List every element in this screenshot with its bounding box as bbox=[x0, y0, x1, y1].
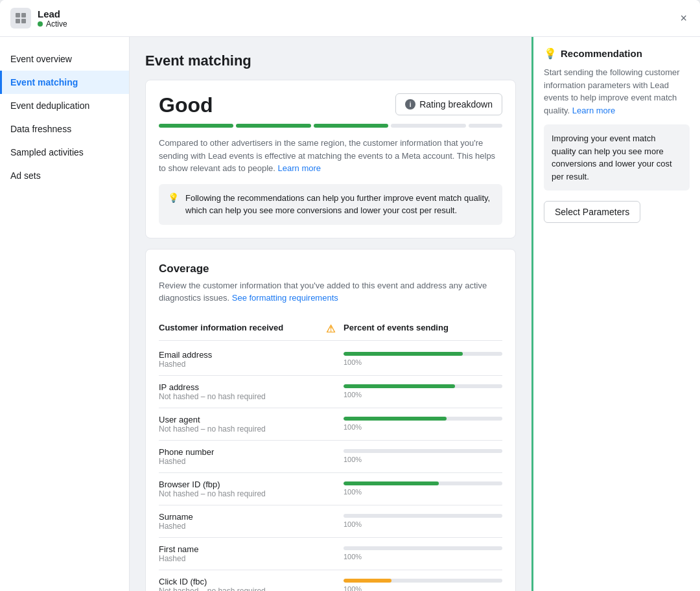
title-bar-text: Lead Active bbox=[38, 8, 67, 29]
table-row: Browser ID (fbp) Not hashed – no hash re… bbox=[159, 473, 502, 505]
percent-bar-bg-1 bbox=[344, 384, 502, 388]
progress-segment-5 bbox=[469, 124, 502, 128]
recommendation-icon: 💡 bbox=[544, 47, 557, 60]
recommendation-body: Start sending the following customer inf… bbox=[544, 66, 690, 117]
progress-segment-1 bbox=[159, 124, 233, 128]
percent-bar-bg-0 bbox=[344, 352, 502, 356]
percent-bar-fill-1 bbox=[344, 384, 455, 388]
info-sub-1: Not hashed – no hash required bbox=[159, 392, 318, 401]
table-row: Surname Hashed 100% bbox=[159, 505, 502, 538]
coverage-card: Coverage Review the customer information… bbox=[145, 249, 516, 592]
percent-bar-fill-4 bbox=[344, 481, 439, 485]
info-name-5: Surname bbox=[159, 512, 318, 522]
app-icon bbox=[10, 8, 31, 29]
rating-progress-bar bbox=[159, 124, 502, 128]
sidebar-item-ad-sets[interactable]: Ad sets bbox=[0, 164, 129, 187]
rec-learn-more-link[interactable]: Learn more bbox=[572, 106, 615, 115]
info-name-0: Email address bbox=[159, 350, 318, 360]
rating-breakdown-button[interactable]: i Rating breakdown bbox=[395, 93, 502, 115]
info-icon: i bbox=[405, 99, 415, 110]
progress-segment-4 bbox=[391, 124, 465, 128]
col3-header: Percent of events sending bbox=[344, 323, 502, 335]
sidebar-item-data-freshness[interactable]: Data freshness bbox=[0, 117, 129, 141]
coverage-title: Coverage bbox=[159, 262, 502, 275]
sidebar: Event overview Event matching Event dedu… bbox=[0, 37, 130, 591]
percent-text-6: 100% bbox=[344, 553, 502, 561]
percent-bar-fill-2 bbox=[344, 417, 447, 421]
rating-description: Compared to other advertisers in the sam… bbox=[159, 137, 502, 175]
recommendation-title: Recommendation bbox=[561, 48, 642, 59]
info-cell-6: First name Hashed bbox=[159, 544, 318, 563]
improving-text: Improving your event match quality can h… bbox=[552, 133, 672, 181]
percent-text-0: 100% bbox=[344, 358, 502, 366]
percent-cell-0: 100% bbox=[344, 352, 502, 366]
info-name-3: Phone number bbox=[159, 447, 318, 457]
info-cell-7: Click ID (fbc) Not hashed – no hash requ… bbox=[159, 577, 318, 592]
svg-rect-1 bbox=[21, 13, 26, 17]
content-area: Event overview Event matching Event dedu… bbox=[0, 37, 700, 591]
status-badge: Active bbox=[38, 19, 67, 29]
info-sub-5: Hashed bbox=[159, 522, 318, 531]
percent-cell-6: 100% bbox=[344, 546, 502, 561]
percent-cell-5: 100% bbox=[344, 514, 502, 528]
percent-bar-bg-3 bbox=[344, 449, 502, 453]
info-cell-4: Browser ID (fbp) Not hashed – no hash re… bbox=[159, 480, 318, 498]
title-bar: Lead Active × bbox=[0, 0, 700, 37]
rating-breakdown-label: Rating breakdown bbox=[419, 99, 493, 110]
percent-cell-4: 100% bbox=[344, 481, 502, 496]
percent-bar-fill-0 bbox=[344, 352, 463, 356]
coverage-table-body: Email address Hashed 100% IP address Not… bbox=[159, 343, 502, 592]
improving-box: Improving your event match quality can h… bbox=[544, 124, 690, 191]
info-sub-3: Hashed bbox=[159, 457, 318, 466]
svg-rect-3 bbox=[21, 19, 26, 23]
right-panel: 💡 Recommendation Start sending the follo… bbox=[531, 37, 700, 591]
page-title: Event matching bbox=[145, 52, 516, 69]
table-row: Phone number Hashed 100% bbox=[159, 441, 502, 473]
sidebar-item-event-overview[interactable]: Event overview bbox=[0, 47, 129, 71]
recommendation-panel-header: 💡 Recommendation bbox=[544, 47, 690, 60]
percent-cell-7: 100% bbox=[344, 579, 502, 591]
info-cell-1: IP address Not hashed – no hash required bbox=[159, 382, 318, 401]
info-cell-3: Phone number Hashed bbox=[159, 447, 318, 466]
window-title: Lead bbox=[38, 8, 67, 19]
percent-cell-2: 100% bbox=[344, 417, 502, 431]
percent-text-4: 100% bbox=[344, 488, 502, 496]
info-name-6: First name bbox=[159, 544, 318, 554]
sidebar-item-event-deduplication[interactable]: Event deduplication bbox=[0, 94, 129, 117]
recommendation-text: Following the recommendations can help y… bbox=[185, 192, 493, 217]
coverage-description: Review the customer information that you… bbox=[159, 279, 502, 305]
table-row: First name Hashed 100% bbox=[159, 538, 502, 570]
learn-more-link[interactable]: Learn more bbox=[278, 163, 321, 173]
percent-bar-fill-7 bbox=[344, 579, 391, 583]
close-button[interactable]: × bbox=[677, 9, 690, 28]
info-cell-2: User agent Not hashed – no hash required bbox=[159, 415, 318, 434]
percent-text-7: 100% bbox=[344, 585, 502, 591]
percent-bar-bg-7 bbox=[344, 579, 502, 583]
rating-card: Good i Rating breakdown Compared to othe… bbox=[145, 80, 516, 238]
sidebar-item-sampled-activities[interactable]: Sampled activities bbox=[0, 141, 129, 164]
percent-bar-bg-2 bbox=[344, 417, 502, 421]
app-window: Lead Active × Event overview Event match… bbox=[0, 0, 700, 591]
percent-text-1: 100% bbox=[344, 391, 502, 399]
svg-rect-2 bbox=[16, 19, 20, 23]
status-text: Active bbox=[46, 19, 67, 29]
info-name-2: User agent bbox=[159, 415, 318, 424]
info-name-4: Browser ID (fbp) bbox=[159, 480, 318, 489]
info-name-1: IP address bbox=[159, 382, 318, 392]
table-header: Customer information received ⚠ Percent … bbox=[159, 318, 502, 341]
formatting-requirements-link[interactable]: See formatting requirements bbox=[232, 293, 338, 303]
info-name-7: Click ID (fbc) bbox=[159, 577, 318, 586]
svg-rect-0 bbox=[16, 13, 20, 17]
warning-header-icon: ⚠ bbox=[318, 323, 344, 335]
status-dot bbox=[38, 21, 43, 27]
info-sub-2: Not hashed – no hash required bbox=[159, 424, 318, 434]
info-sub-4: Not hashed – no hash required bbox=[159, 489, 318, 498]
percent-cell-1: 100% bbox=[344, 384, 502, 399]
info-cell-5: Surname Hashed bbox=[159, 512, 318, 531]
progress-segment-2 bbox=[236, 124, 310, 128]
select-parameters-button[interactable]: Select Parameters bbox=[544, 201, 640, 223]
percent-bar-bg-6 bbox=[344, 546, 502, 550]
triangle-icon: ⚠ bbox=[326, 323, 335, 335]
table-row: Click ID (fbc) Not hashed – no hash requ… bbox=[159, 570, 502, 592]
sidebar-item-event-matching[interactable]: Event matching bbox=[0, 71, 129, 94]
